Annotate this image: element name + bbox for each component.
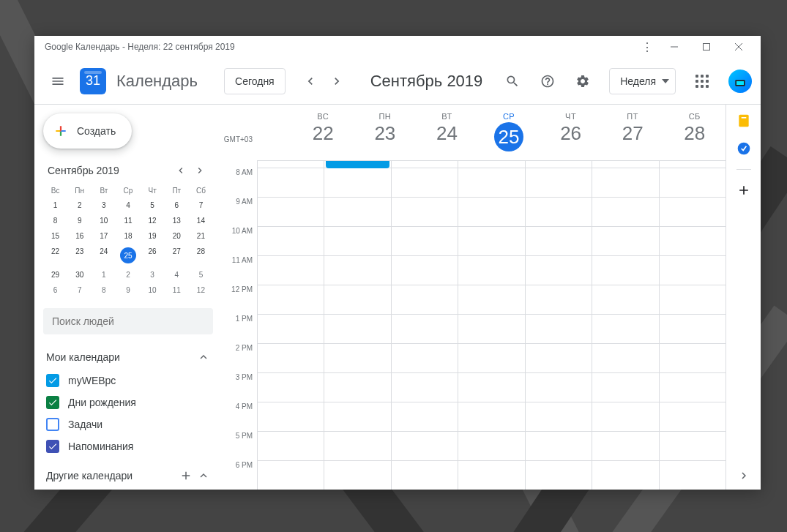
mini-day[interactable]: 19	[141, 228, 165, 244]
create-button[interactable]: Создать	[43, 113, 132, 149]
calendar-event[interactable]: 7–8AM	[326, 161, 389, 168]
mini-day[interactable]: 11	[165, 282, 189, 298]
mini-day[interactable]: 7	[189, 198, 213, 213]
next-week-button[interactable]	[325, 70, 348, 93]
mini-day[interactable]: 2	[67, 198, 92, 213]
other-calendars-section: Другие календари	[43, 463, 213, 488]
mini-day[interactable]: 3	[141, 267, 165, 282]
mini-day[interactable]: 8	[92, 282, 116, 298]
mini-day[interactable]: 12	[189, 282, 213, 298]
mini-day[interactable]: 13	[165, 213, 189, 228]
mini-day[interactable]: 18	[116, 228, 140, 244]
settings-button[interactable]	[568, 67, 597, 96]
mini-day[interactable]: 6	[165, 198, 189, 213]
mini-day[interactable]: 11	[116, 213, 140, 228]
calendar-checkbox[interactable]	[46, 440, 59, 453]
window-minimize-button[interactable]	[658, 36, 690, 58]
mini-day[interactable]: 30	[67, 267, 92, 282]
calendar-checkbox[interactable]	[46, 374, 59, 387]
mini-day[interactable]: 21	[189, 228, 213, 244]
collapse-side-panel-button[interactable]	[737, 469, 750, 482]
today-button[interactable]: Сегодня	[224, 68, 286, 94]
mini-day[interactable]: 4	[165, 267, 189, 282]
mini-day[interactable]: 6	[43, 282, 67, 298]
add-addon-icon[interactable]	[736, 183, 751, 198]
view-selector[interactable]: Неделя	[609, 68, 676, 94]
mini-day[interactable]: 9	[116, 282, 140, 298]
day-header[interactable]: СБ28	[663, 105, 726, 160]
calendar-item[interactable]: Задачи	[43, 413, 213, 435]
mini-day[interactable]: 2	[116, 267, 140, 282]
mini-day[interactable]: 5	[141, 198, 165, 213]
main-menu-button[interactable]	[43, 67, 72, 96]
mini-day[interactable]: 1	[92, 267, 116, 282]
my-calendars-toggle[interactable]: Мои календари	[43, 345, 213, 370]
other-calendars-toggle[interactable]: Другие календари	[43, 463, 213, 488]
mini-next-month-button[interactable]	[191, 162, 209, 179]
mini-prev-month-button[interactable]	[172, 162, 190, 179]
calendar-checkbox[interactable]	[46, 418, 59, 431]
help-button[interactable]	[533, 67, 562, 96]
mini-day[interactable]: 23	[67, 244, 92, 267]
day-header[interactable]: ЧТ26	[540, 105, 602, 160]
day-header[interactable]: ВС22	[292, 105, 354, 160]
account-avatar[interactable]	[728, 70, 752, 93]
day-header[interactable]: СР25	[478, 105, 540, 160]
window-more-icon[interactable]: ⋮	[636, 40, 658, 54]
day-column[interactable]	[391, 161, 458, 490]
mini-day[interactable]: 28	[189, 244, 213, 267]
mini-day[interactable]: 25	[116, 244, 140, 267]
mini-day[interactable]: 1	[43, 198, 67, 213]
mini-day[interactable]: 16	[67, 228, 92, 244]
mini-day[interactable]: 14	[189, 213, 213, 228]
mini-day[interactable]: 15	[43, 228, 67, 244]
day-header[interactable]: ПН23	[354, 105, 417, 160]
sidebar: Создать Сентябрь 2019 ВсПнВтСрЧтПтСб1234…	[34, 105, 222, 490]
window-maximize-button[interactable]	[690, 36, 723, 58]
calendar-item[interactable]: Напоминания	[43, 435, 213, 457]
mini-day[interactable]: 26	[141, 244, 165, 267]
day-column[interactable]	[525, 161, 592, 490]
mini-day[interactable]: 10	[141, 282, 165, 298]
mini-day[interactable]: 17	[92, 228, 116, 244]
calendar-item[interactable]: Дни рождения	[43, 391, 213, 413]
search-people-input[interactable]	[43, 308, 213, 334]
time-grid[interactable]: 8 AM9 AM10 AM11 AM12 PM1 PM2 PM3 PM4 PM5…	[222, 161, 726, 490]
day-header[interactable]: ВТ24	[416, 105, 478, 160]
google-apps-button[interactable]	[687, 67, 717, 96]
calendar-checkbox[interactable]	[46, 396, 59, 409]
mini-day[interactable]: 22	[43, 244, 67, 267]
mini-day[interactable]: 12	[141, 213, 165, 228]
prev-week-button[interactable]	[299, 70, 322, 93]
mini-dow: Чт	[141, 184, 165, 198]
mini-day[interactable]: 3	[92, 198, 116, 213]
mini-day[interactable]: 7	[67, 282, 92, 298]
mini-day[interactable]: 4	[116, 198, 140, 213]
mini-day[interactable]: 27	[165, 244, 189, 267]
create-button-label: Создать	[77, 125, 116, 137]
tasks-icon[interactable]	[736, 141, 751, 156]
search-button[interactable]	[498, 67, 527, 96]
mini-day[interactable]: 24	[92, 244, 116, 267]
day-column[interactable]	[659, 161, 726, 490]
calendar-item[interactable]: myWEBpc	[43, 370, 213, 391]
mini-day[interactable]: 8	[43, 213, 67, 228]
mini-day[interactable]: 29	[43, 267, 67, 282]
day-column[interactable]	[592, 161, 658, 490]
day-column[interactable]	[458, 161, 524, 490]
current-range-label: Сентябрь 2019	[370, 72, 492, 91]
keep-icon[interactable]	[736, 113, 751, 128]
day-header[interactable]: ПТ27	[602, 105, 664, 160]
app-title: Календарь	[116, 72, 198, 91]
mini-day[interactable]: 9	[67, 213, 92, 228]
svg-rect-5	[736, 81, 744, 85]
window-close-button[interactable]	[723, 36, 755, 58]
window-titlebar: Google Календарь - Неделя: 22 сентября 2…	[34, 36, 761, 58]
day-column[interactable]: 7–8AM	[324, 161, 390, 490]
mini-day[interactable]: 5	[189, 267, 213, 282]
mini-day[interactable]: 20	[165, 228, 189, 244]
time-label: 1 PM	[222, 315, 257, 344]
mini-day[interactable]: 10	[92, 213, 116, 228]
add-calendar-icon[interactable]	[179, 469, 193, 482]
day-column[interactable]	[257, 161, 324, 490]
